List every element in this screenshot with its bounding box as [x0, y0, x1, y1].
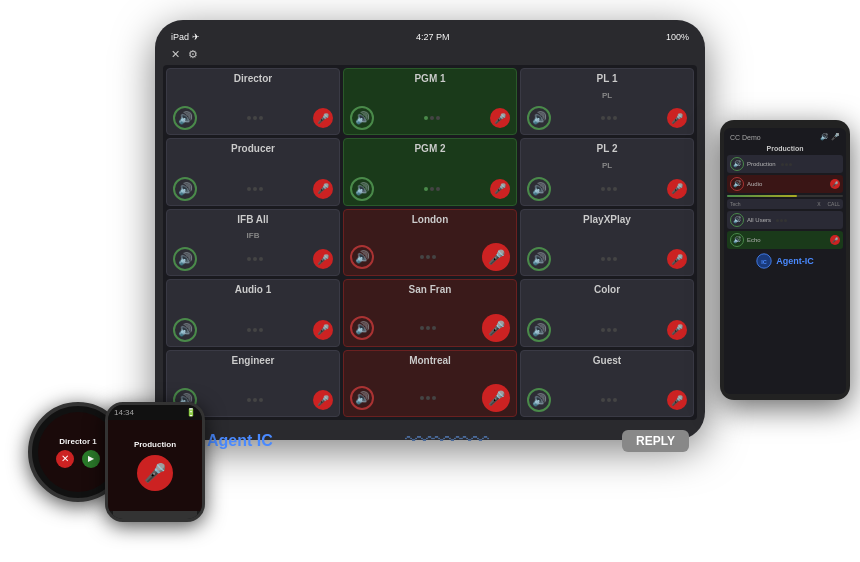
speaker-button[interactable]: 🔊: [527, 106, 551, 130]
speaker-icon[interactable]: 🔊: [730, 177, 744, 191]
gear-icon[interactable]: ⚙: [188, 48, 198, 61]
mic-button[interactable]: 🎤: [313, 249, 333, 269]
speaker-icon[interactable]: 🔊: [730, 233, 744, 247]
channel-controls: 🔊 🎤: [350, 243, 510, 271]
channel-playxplay[interactable]: PlayXPlay 🔊 🎤: [520, 209, 694, 276]
dot: [247, 116, 251, 120]
channel-pl2[interactable]: PL 2 PL 🔊 🎤: [520, 138, 694, 205]
speaker-button[interactable]: 🔊: [527, 388, 551, 412]
dot: [426, 396, 430, 400]
mic-button[interactable]: 🎤: [482, 314, 510, 342]
dot: [253, 398, 257, 402]
phone-channel-allusers[interactable]: 🔊 All Users: [727, 211, 843, 229]
mic-button[interactable]: 🎤: [482, 243, 510, 271]
level-slider[interactable]: [727, 195, 843, 197]
phone-channel-echo[interactable]: 🔊 Echo 🎤: [727, 231, 843, 249]
dot: [259, 257, 263, 261]
dot: [613, 116, 617, 120]
speaker-button[interactable]: 🔊: [173, 177, 197, 201]
phone-channel-production[interactable]: 🔊 Production: [727, 155, 843, 173]
speaker-button[interactable]: 🔊: [350, 177, 374, 201]
tablet: iPad ✈ 4:27 PM 100% ✕ ⚙ Director 🔊: [155, 20, 705, 440]
speaker-button[interactable]: 🔊: [173, 247, 197, 271]
channel-london[interactable]: London 🔊 🎤: [343, 209, 517, 276]
channel-dots: [247, 187, 263, 191]
dot: [253, 257, 257, 261]
speaker-button[interactable]: 🔊: [527, 247, 551, 271]
mic-button[interactable]: 🎤: [667, 390, 687, 410]
mic-button[interactable]: 🎤: [667, 179, 687, 199]
channel-ifball[interactable]: IFB All IFB 🔊 🎤: [166, 209, 340, 276]
phone-channel-label: Production: [747, 161, 776, 167]
watch-square: 14:34 🔋 Production 🎤: [105, 402, 205, 522]
mic-button[interactable]: 🎤: [313, 179, 333, 199]
scene: iPad ✈ 4:27 PM 100% ✕ ⚙ Director 🔊: [0, 0, 860, 562]
dot: [613, 398, 617, 402]
mic-button[interactable]: 🎤: [482, 384, 510, 412]
speaker-button[interactable]: 🔊: [350, 106, 374, 130]
watch-square-mic-button[interactable]: 🎤: [137, 455, 173, 491]
dot: [613, 187, 617, 191]
dot: [601, 328, 605, 332]
channel-guest[interactable]: Guest 🔊 🎤: [520, 350, 694, 417]
speaker-button[interactable]: 🔊: [350, 386, 374, 410]
speaker-icon[interactable]: 🔊: [730, 213, 744, 227]
reply-button[interactable]: REPLY: [622, 430, 689, 452]
channel-dots: [601, 116, 617, 120]
phone-channel-label: Echo: [747, 237, 761, 243]
phone-channel-label: All Users: [747, 217, 771, 223]
channel-pl1[interactable]: PL 1 PL 🔊 🎤: [520, 68, 694, 135]
channel-name: Guest: [527, 355, 687, 366]
mic-icon[interactable]: 🎤: [830, 235, 840, 245]
watch-play-button[interactable]: ▶: [82, 450, 100, 468]
close-icon[interactable]: ✕: [171, 48, 180, 61]
channel-controls: 🔊 🎤: [173, 247, 333, 271]
channel-sanfran[interactable]: San Fran 🔊 🎤: [343, 279, 517, 346]
tablet-toolbar: ✕ ⚙: [163, 46, 697, 65]
dot: [436, 116, 440, 120]
speaker-button[interactable]: 🔊: [173, 106, 197, 130]
mic-button[interactable]: 🎤: [667, 249, 687, 269]
mic-button[interactable]: 🎤: [313, 390, 333, 410]
speaker-button[interactable]: 🔊: [527, 177, 551, 201]
channel-audio1[interactable]: Audio 1 🔊 🎤: [166, 279, 340, 346]
channel-dots: [247, 116, 263, 120]
channel-pgm1[interactable]: PGM 1 🔊 🎤: [343, 68, 517, 135]
svg-text:IC: IC: [761, 259, 767, 265]
mic-button[interactable]: 🎤: [313, 320, 333, 340]
dot: [259, 187, 263, 191]
channel-controls: 🔊 🎤: [527, 177, 687, 201]
mic-button[interactable]: 🎤: [667, 108, 687, 128]
mic-button[interactable]: 🎤: [490, 179, 510, 199]
mic-button[interactable]: 🎤: [490, 108, 510, 128]
speaker-icon[interactable]: 🔊: [730, 157, 744, 171]
channel-name: Engineer: [173, 355, 333, 366]
channel-name: PGM 2: [350, 143, 510, 154]
dot: [247, 398, 251, 402]
speaker-button[interactable]: 🔊: [350, 316, 374, 340]
dot: [613, 328, 617, 332]
watch-x-button[interactable]: ✕: [56, 450, 74, 468]
phone-bottom: IC Agent-IC: [727, 250, 843, 272]
mic-button[interactable]: 🎤: [667, 320, 687, 340]
phone-dot: [784, 219, 787, 222]
dot: [259, 398, 263, 402]
mic-icon[interactable]: 🎤: [830, 179, 840, 189]
phone-channel-audio[interactable]: 🔊 Audio 🎤: [727, 175, 843, 193]
phone-row-label: CALL: [827, 201, 840, 207]
speaker-button[interactable]: 🔊: [173, 318, 197, 342]
tablet-status-bar: iPad ✈ 4:27 PM 100%: [163, 32, 697, 46]
mic-button[interactable]: 🎤: [313, 108, 333, 128]
channel-color[interactable]: Color 🔊 🎤: [520, 279, 694, 346]
channel-name: Color: [527, 284, 687, 295]
watch-battery-icon: 🔋: [186, 408, 196, 417]
channel-director[interactable]: Director 🔊 🎤: [166, 68, 340, 135]
channel-pgm2[interactable]: PGM 2 🔊 🎤: [343, 138, 517, 205]
channel-montreal[interactable]: Montreal 🔊 🎤: [343, 350, 517, 417]
phone-channel-tech[interactable]: Tech X CALL: [727, 199, 843, 209]
dot: [607, 116, 611, 120]
speaker-button[interactable]: 🔊: [527, 318, 551, 342]
channel-dots: [424, 116, 440, 120]
speaker-button[interactable]: 🔊: [350, 245, 374, 269]
channel-producer[interactable]: Producer 🔊 🎤: [166, 138, 340, 205]
